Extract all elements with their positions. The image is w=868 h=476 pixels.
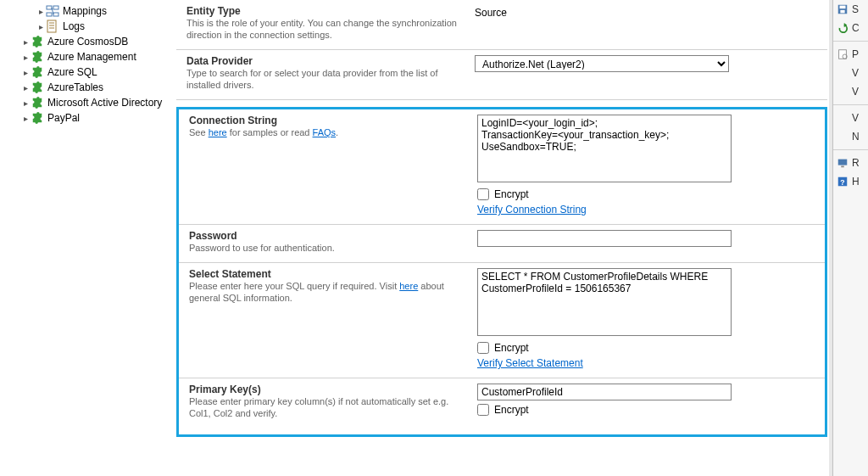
chevron-right-icon: ▸ bbox=[20, 98, 31, 108]
svg-rect-0 bbox=[47, 6, 52, 9]
primary-key-title: Primary Key(s) bbox=[189, 384, 467, 395]
action-refresh[interactable]: R bbox=[833, 154, 868, 172]
section-primary-key: Primary Key(s) Please enter primary key … bbox=[179, 378, 825, 428]
monitor-icon bbox=[837, 157, 849, 169]
action-v3[interactable]: V bbox=[833, 109, 868, 127]
tree-label: Azure SQL bbox=[47, 66, 97, 78]
svg-rect-3 bbox=[53, 13, 58, 16]
undo-icon bbox=[837, 22, 849, 34]
select-stmt-title: Select Statement bbox=[189, 268, 467, 280]
action-preview[interactable]: P bbox=[833, 45, 868, 64]
tree-item-azure-mgmt[interactable]: ▸ Azure Management bbox=[0, 49, 170, 64]
svg-text:?: ? bbox=[840, 178, 844, 187]
action-undo[interactable]: C bbox=[833, 19, 868, 37]
tree-pane: ▸ Mappings ▸ Logs ▸ Azure CosmosDB ▸ Azu… bbox=[0, 0, 170, 476]
select-stmt-encrypt-checkbox[interactable] bbox=[477, 342, 489, 354]
action-v2[interactable]: V bbox=[833, 82, 868, 101]
entity-type-desc: This is the role of your entity. You can… bbox=[186, 17, 465, 41]
chevron-right-icon: ▸ bbox=[20, 53, 31, 62]
logs-icon bbox=[46, 20, 59, 33]
chevron-right-icon: ▸ bbox=[20, 37, 31, 47]
help-icon: ? bbox=[837, 176, 849, 188]
form-pane: Entity Type This is the role of your ent… bbox=[176, 0, 827, 476]
encrypt-label: Encrypt bbox=[494, 188, 529, 200]
connection-string-encrypt-checkbox[interactable] bbox=[477, 188, 489, 200]
svg-rect-15 bbox=[841, 166, 844, 168]
section-password: Password Password to use for authenticat… bbox=[179, 225, 825, 263]
password-desc: Password to use for authentication. bbox=[189, 242, 467, 254]
tree-label: AzureTables bbox=[47, 81, 103, 93]
section-entity-type: Entity Type This is the role of your ent… bbox=[176, 0, 827, 50]
connection-string-desc: See here for samples or read FAQs. bbox=[189, 126, 467, 138]
chevron-right-icon: ▸ bbox=[36, 7, 46, 16]
section-data-provider: Data Provider Type to search for or sele… bbox=[176, 50, 827, 100]
faqs-link[interactable]: FAQs bbox=[313, 127, 337, 137]
tree-item-paypal[interactable]: ▸ PayPal bbox=[0, 110, 170, 126]
svg-rect-1 bbox=[53, 6, 58, 9]
tree-label: Azure CosmosDB bbox=[47, 36, 128, 48]
puzzle-icon bbox=[31, 111, 44, 125]
puzzle-icon bbox=[31, 81, 44, 94]
primary-key-input[interactable] bbox=[477, 384, 732, 400]
data-provider-title: Data Provider bbox=[186, 55, 465, 67]
primary-key-encrypt-checkbox[interactable] bbox=[477, 404, 489, 416]
data-provider-desc: Type to search for or select your data p… bbox=[186, 67, 465, 91]
tree-item-mappings[interactable]: ▸ Mappings bbox=[0, 3, 170, 19]
tree-label: Microsoft Active Directory bbox=[47, 97, 162, 109]
primary-key-desc: Please enter primary key column(s) if no… bbox=[189, 395, 467, 419]
highlighted-config-box: Connection String See here for samples o… bbox=[176, 107, 827, 437]
mappings-icon bbox=[46, 4, 59, 18]
tree-item-azure-sql[interactable]: ▸ Azure SQL bbox=[0, 64, 170, 80]
password-title: Password bbox=[189, 230, 467, 242]
verify-connection-string-link[interactable]: Verify Connection String bbox=[477, 204, 587, 216]
puzzle-icon bbox=[31, 35, 44, 48]
section-select-statement: Select Statement Please enter here your … bbox=[179, 263, 825, 378]
entity-type-title: Entity Type bbox=[186, 5, 465, 17]
floppy-icon bbox=[837, 3, 849, 15]
tree-label: Mappings bbox=[63, 5, 107, 17]
svg-rect-11 bbox=[840, 10, 844, 14]
select-stmt-textarea[interactable] bbox=[477, 268, 732, 336]
action-help[interactable]: ? H bbox=[833, 172, 868, 191]
action-n[interactable]: N bbox=[833, 127, 868, 146]
svg-rect-5 bbox=[47, 20, 56, 32]
data-provider-select[interactable]: Authorize.Net (Layer2) bbox=[475, 55, 729, 72]
encrypt-label: Encrypt bbox=[494, 404, 529, 416]
tree-label: Azure Management bbox=[47, 51, 136, 63]
chevron-right-icon: ▸ bbox=[20, 68, 31, 77]
samples-link[interactable]: here bbox=[209, 127, 227, 137]
chevron-right-icon: ▸ bbox=[20, 114, 31, 123]
tree-item-ms-ad[interactable]: ▸ Microsoft Active Directory bbox=[0, 95, 170, 110]
select-stmt-desc: Please enter here your SQL query if requ… bbox=[189, 280, 467, 304]
action-save[interactable]: S bbox=[833, 0, 868, 19]
sql-info-link[interactable]: here bbox=[399, 281, 418, 291]
connection-string-title: Connection String bbox=[189, 115, 467, 126]
action-v1[interactable]: V bbox=[833, 64, 868, 82]
actions-pane: S C P V V V N R ? H bbox=[832, 0, 868, 476]
verify-select-stmt-link[interactable]: Verify Select Statement bbox=[477, 357, 583, 369]
puzzle-icon bbox=[31, 65, 44, 79]
svg-rect-10 bbox=[840, 6, 846, 9]
svg-rect-14 bbox=[838, 160, 848, 165]
tree-label: Logs bbox=[63, 20, 85, 32]
chevron-right-icon: ▸ bbox=[36, 22, 46, 31]
puzzle-icon bbox=[31, 96, 44, 109]
document-icon bbox=[837, 48, 849, 60]
tree-label: PayPal bbox=[47, 112, 80, 124]
entity-type-value: Source bbox=[475, 5, 507, 19]
tree-item-logs[interactable]: ▸ Logs bbox=[0, 19, 170, 34]
svg-rect-2 bbox=[47, 13, 52, 16]
encrypt-label: Encrypt bbox=[494, 342, 529, 354]
puzzle-icon bbox=[31, 50, 44, 64]
section-connection-string: Connection String See here for samples o… bbox=[179, 109, 825, 225]
tree-item-azure-cosmos[interactable]: ▸ Azure CosmosDB bbox=[0, 34, 170, 49]
password-input[interactable] bbox=[477, 230, 732, 247]
chevron-right-icon: ▸ bbox=[20, 83, 31, 92]
tree-item-azure-tables[interactable]: ▸ AzureTables bbox=[0, 80, 170, 95]
connection-string-textarea[interactable] bbox=[477, 115, 732, 182]
